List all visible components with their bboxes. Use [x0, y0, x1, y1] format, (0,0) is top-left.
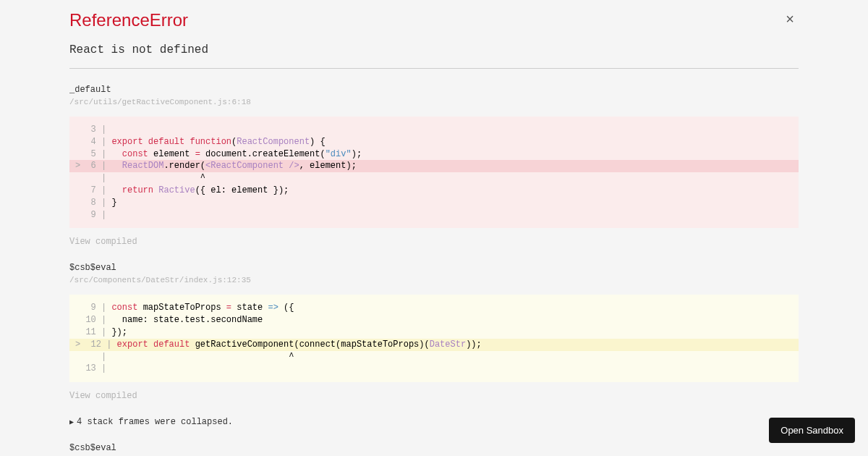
- code-snippet: 3 | 4 | export default function(ReactCom…: [69, 117, 799, 228]
- frame-location: /src/utils/getRactiveComponent.js:6:18: [69, 98, 799, 106]
- triangle-right-icon: ▶: [69, 418, 74, 426]
- code-snippet: 9 | const mapStateToProps = state => ({ …: [69, 295, 799, 382]
- frame-function-name: $csb$eval: [69, 443, 799, 453]
- open-sandbox-button[interactable]: Open Sandbox: [769, 418, 855, 443]
- stack-frame-2: $csb$eval /src/Components/DateStr/index.…: [69, 263, 799, 401]
- stack-frame-1: _default /src/utils/getRactiveComponent.…: [69, 85, 799, 247]
- divider: [69, 68, 799, 69]
- frame-function-name: _default: [69, 85, 799, 95]
- view-compiled-link[interactable]: View compiled: [69, 391, 799, 401]
- frame-function-name: $csb$eval: [69, 263, 799, 273]
- view-compiled-link[interactable]: View compiled: [69, 237, 799, 247]
- stack-frame-3: $csb$eval: [69, 443, 799, 453]
- collapsed-frames-toggle[interactable]: ▶4 stack frames were collapsed.: [69, 417, 799, 427]
- close-button[interactable]: ×: [781, 10, 799, 28]
- error-message: React is not defined: [69, 43, 799, 56]
- frame-location: /src/Components/DateStr/index.js:12:35: [69, 276, 799, 284]
- error-type-heading: ReferenceError: [69, 10, 188, 30]
